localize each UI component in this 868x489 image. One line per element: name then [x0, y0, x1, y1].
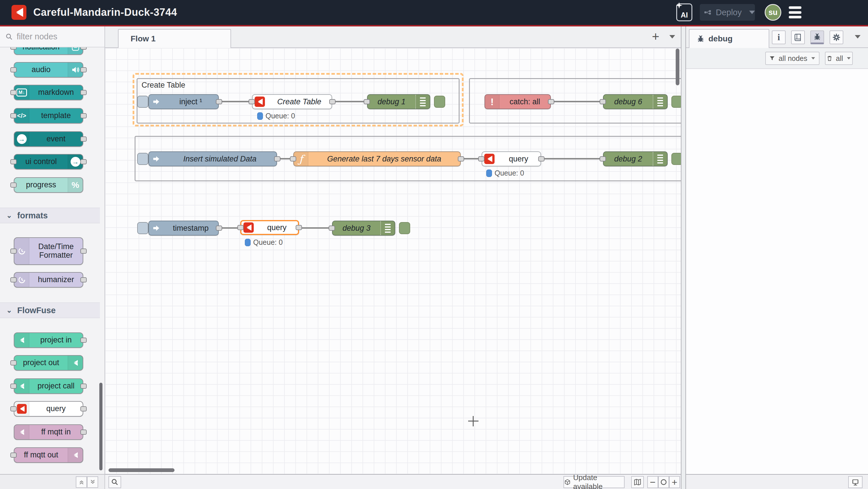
- input-port[interactable]: [329, 226, 335, 231]
- debug-clear-button[interactable]: all: [825, 52, 853, 65]
- palette-node-markdown[interactable]: M↓ markdown: [14, 85, 83, 100]
- canvas-horizontal-scrollbar[interactable]: [108, 468, 175, 472]
- node-catch-all[interactable]: ! catch: all: [485, 94, 551, 109]
- palette-expand-all-button[interactable]: [87, 477, 98, 488]
- palette-node-project-out[interactable]: project out: [14, 355, 83, 371]
- palette-scrollbar[interactable]: [99, 383, 102, 470]
- palette-node-project-in[interactable]: project in: [14, 333, 83, 348]
- debug-toggle-button[interactable]: [399, 222, 410, 234]
- flow-list-caret-icon[interactable]: [670, 35, 675, 38]
- node-create-table-query[interactable]: Create Table: [252, 94, 332, 109]
- palette-node-template[interactable]: </> template: [14, 108, 83, 123]
- palette-node-label: project out: [14, 358, 68, 367]
- palette-collapse-all-button[interactable]: [76, 477, 87, 488]
- debug-toggle-button[interactable]: [671, 96, 681, 108]
- palette-node-ff-mqtt-out[interactable]: ff mqtt out: [14, 447, 83, 463]
- tab-debug[interactable]: debug: [689, 29, 769, 48]
- deploy-caret-icon[interactable]: [749, 11, 755, 14]
- wire[interactable]: [539, 158, 605, 160]
- output-port[interactable]: [216, 99, 222, 104]
- cursor-crosshair: [473, 416, 474, 426]
- input-port[interactable]: [290, 156, 296, 162]
- input-port[interactable]: [237, 225, 244, 230]
- palette-node-label: ff mqtt out: [14, 451, 68, 459]
- palette-node-query[interactable]: query: [14, 401, 83, 416]
- debug-toggle-button[interactable]: [671, 153, 681, 165]
- wire[interactable]: [330, 101, 369, 102]
- input-port[interactable]: [364, 99, 370, 104]
- sidebar-tabs-caret-icon[interactable]: [855, 35, 861, 38]
- inject-button[interactable]: [137, 96, 148, 108]
- palette-section-formats[interactable]: ⌄ formats: [0, 208, 100, 223]
- user-avatar[interactable]: su: [765, 4, 781, 21]
- node-label: timestamp: [163, 224, 218, 233]
- node-generate-sensor-data[interactable]: ƒ Generate last 7 days sensor data: [293, 151, 461, 166]
- debug-filter-button[interactable]: all nodes: [765, 52, 819, 65]
- canvas-grid[interactable]: Create Table inject ¹ Create Table: [105, 48, 681, 474]
- main-menu-button[interactable]: [789, 6, 801, 19]
- wire[interactable]: [298, 227, 334, 229]
- palette-node-project-call[interactable]: project call: [14, 378, 83, 394]
- node-query3-selected[interactable]: query: [240, 220, 299, 235]
- funnel-icon: [769, 55, 776, 62]
- update-available-button[interactable]: Update available: [563, 476, 625, 488]
- open-window-button[interactable]: [848, 476, 863, 488]
- input-port[interactable]: [600, 156, 606, 162]
- zoom-reset-button[interactable]: [658, 476, 669, 488]
- palette-node-ff-mqtt-in[interactable]: ff mqtt in: [14, 424, 83, 440]
- palette-node-datetime-formatter[interactable]: Date/Time Formatter: [14, 237, 83, 265]
- node-debug2[interactable]: debug 2: [603, 151, 668, 166]
- inject-button[interactable]: [137, 153, 148, 165]
- palette-node-event[interactable]: → event: [14, 131, 83, 147]
- output-port[interactable]: [538, 156, 545, 162]
- palette-node-ui-control[interactable]: ui control →: [14, 154, 83, 170]
- output-port[interactable]: [548, 99, 554, 104]
- help-tab-button[interactable]: [791, 30, 805, 44]
- input-port[interactable]: [600, 99, 606, 104]
- flow-canvas[interactable]: Flow 1 + Create Table inject ¹: [105, 26, 681, 489]
- palette-search[interactable]: [0, 26, 104, 48]
- node-insert-simulated-data[interactable]: Insert simulated Data: [148, 151, 277, 166]
- tab-flow1[interactable]: Flow 1: [118, 29, 231, 48]
- input-port[interactable]: [478, 156, 485, 162]
- node-timestamp[interactable]: timestamp: [148, 221, 219, 236]
- node-query2[interactable]: query: [482, 151, 541, 166]
- config-tab-button[interactable]: [830, 30, 843, 44]
- port: [81, 67, 87, 73]
- output-port[interactable]: [458, 156, 464, 162]
- palette-node-progress[interactable]: progress %: [14, 177, 83, 193]
- monitor-icon: [851, 478, 859, 486]
- output-port[interactable]: [274, 156, 280, 162]
- debug-tab-button[interactable]: [810, 30, 824, 44]
- palette-node-audio[interactable]: audio: [14, 62, 83, 78]
- deploy-button[interactable]: Deploy: [700, 4, 755, 21]
- palette-node-label: audio: [14, 65, 68, 74]
- node-debug6[interactable]: debug 6: [603, 94, 668, 109]
- input-port[interactable]: [249, 99, 255, 104]
- wire[interactable]: [217, 101, 254, 102]
- zoom-out-button[interactable]: −: [647, 476, 658, 488]
- node-debug3[interactable]: debug 3: [332, 221, 395, 236]
- status-text: Queue: 0: [495, 169, 524, 177]
- palette-filter-input[interactable]: [17, 32, 94, 41]
- ai-assistant-button[interactable]: AI: [676, 3, 692, 21]
- navigator-button[interactable]: [631, 476, 644, 488]
- sidebar-splitter[interactable]: [681, 26, 686, 489]
- palette-node-label: ui control: [14, 157, 68, 166]
- output-port[interactable]: [329, 99, 336, 104]
- output-port[interactable]: [296, 225, 302, 230]
- inject-button[interactable]: [137, 222, 148, 234]
- node-debug1[interactable]: debug 1: [367, 94, 430, 109]
- add-flow-button[interactable]: +: [649, 29, 662, 44]
- wire[interactable]: [549, 101, 605, 102]
- debug-toggle-button[interactable]: [434, 96, 445, 108]
- canvas-vertical-scrollbar[interactable]: [676, 49, 679, 85]
- debug-messages-panel[interactable]: [686, 69, 868, 474]
- zoom-in-button[interactable]: +: [669, 476, 680, 488]
- canvas-search-button[interactable]: [108, 476, 121, 488]
- output-port[interactable]: [216, 226, 222, 231]
- info-tab-button[interactable]: i: [772, 30, 786, 44]
- node-inject1[interactable]: inject ¹: [148, 94, 219, 109]
- palette-section-flowfuse[interactable]: ⌄ FlowFuse: [0, 303, 100, 318]
- palette-node-humanizer[interactable]: humanizer: [14, 272, 83, 288]
